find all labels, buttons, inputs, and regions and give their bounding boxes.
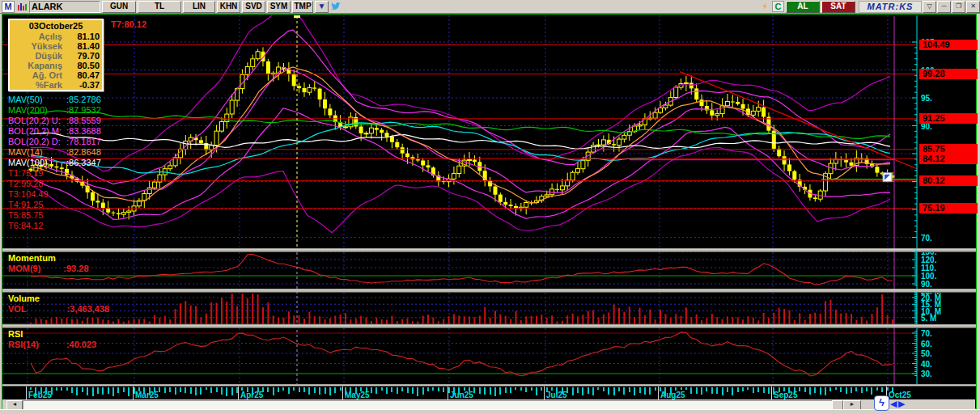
momentum-axis[interactable]: 130.120.110.100.90. [919,252,978,289]
time-tick [210,387,212,393]
time-tick [273,387,274,395]
time-tick [159,387,160,392]
time-tick [753,387,754,393]
time-tick [438,387,439,391]
time-tick [566,387,568,393]
time-tick [71,387,73,393]
time-axis[interactable]: Feb25Mar25Apr25May25Jun25Jul25Aug25Sep25… [2,387,975,399]
time-tick [143,387,145,393]
time-tick [51,387,53,395]
chart-canvas[interactable] [0,0,980,414]
time-tick [520,387,522,391]
indicator-name: MAV(100) [8,158,66,168]
indicator-name: MAV(14) [8,147,66,158]
time-tick [87,387,88,395]
month-separator [238,387,239,399]
time-tick [675,387,677,391]
time-tick [366,387,367,391]
time-tick [149,387,151,395]
time-tick [293,387,295,391]
chart-scrollbar[interactable]: ◄ ► [2,399,975,409]
time-tick [464,387,465,391]
time-tick [629,387,630,392]
nav-left-icon[interactable]: ◀ [890,399,897,409]
volume-axis[interactable]: 25. M20. M15. M10. M5. M [919,293,978,324]
time-tick [577,387,579,393]
indicator-label: MAV(50):85.2786 [8,95,101,105]
frame-top [2,14,977,15]
axis-tick-label: 95. [921,94,932,103]
t-level-label: T1:75.19 [8,168,101,179]
momentum-title: Momentum [8,253,56,263]
matriks-brand-icon[interactable]: ϟ [874,395,889,411]
time-tick [546,387,548,392]
price-axis[interactable]: 105.100.95.90.85.80.75.70.104.4999.2891.… [919,15,978,249]
time-tick [541,387,542,391]
time-tick [690,387,692,394]
axis-tick-label: 90. [921,280,932,289]
indicator-label: BOL(20,2) U::88.5559 [8,116,101,126]
time-tick [200,387,202,395]
time-tick [422,387,424,395]
time-tick [742,387,744,391]
time-tick [35,387,36,396]
time-tick [40,387,42,393]
time-tick [490,387,491,395]
time-tick [308,387,310,395]
time-tick [231,387,233,395]
info-row: Ağ. Ort80.47 [10,70,102,80]
time-tick [175,387,176,395]
time-tick [236,387,238,393]
time-tick [345,387,346,395]
time-tick [226,387,227,396]
time-tick [623,387,625,395]
time-tick [809,387,811,395]
time-tick [494,387,496,396]
time-tick [299,387,300,392]
time-tick [391,387,392,392]
time-tick [401,387,403,391]
time-tick [117,387,119,393]
info-row-label: Kapanış [12,61,69,70]
matriks-window: M ALARK GUNTLLINKHNSVDSYMTMP ▼ ⚡ C AL SA… [0,0,980,414]
indicator-value: :86.3347 [66,158,101,168]
time-tick [30,387,32,390]
time-tick [221,387,223,395]
time-tick [783,387,785,391]
nav-right-icon[interactable]: ▶ [898,399,905,409]
time-tick [510,387,511,393]
time-tick [154,387,155,392]
rsi-title: RSI [8,329,23,339]
time-tick [432,387,434,391]
rsi-axis[interactable]: 70.60.50.40.30. [919,328,978,384]
time-tick [515,387,516,390]
time-tick [855,387,857,391]
time-tick [417,387,418,396]
time-tick [892,387,893,392]
info-row: Kapanış80.50 [10,61,102,70]
time-tick [375,387,377,394]
time-tick [112,387,114,396]
t-level-label: T4:91.25 [8,200,101,210]
time-tick [820,387,821,395]
indicator-name: MAV(200) [8,105,66,116]
axis-tick-label: 70. [921,329,932,338]
time-tick [881,387,883,392]
month-separator [771,387,772,399]
info-row-value: 80.47 [69,70,100,80]
info-row-value: -0.37 [69,80,100,90]
time-tick [603,387,605,391]
time-tick [288,387,290,394]
time-tick [340,387,342,391]
t-level-label: T3:104.49 [8,189,101,200]
time-tick [747,387,749,390]
time-tick [278,387,279,392]
info-row-label: Ağ. Ort [12,70,69,80]
time-tick [427,387,429,391]
indicator-name: BOL(20,2) M: [8,126,66,137]
price-level-badge: 80.12 [919,175,978,186]
price-level-badge: 104.49 [919,40,978,50]
time-tick [727,387,728,392]
indicator-label: BOL(20,2) D::78.1817 [8,137,101,147]
info-row-value: 80.50 [69,61,100,70]
